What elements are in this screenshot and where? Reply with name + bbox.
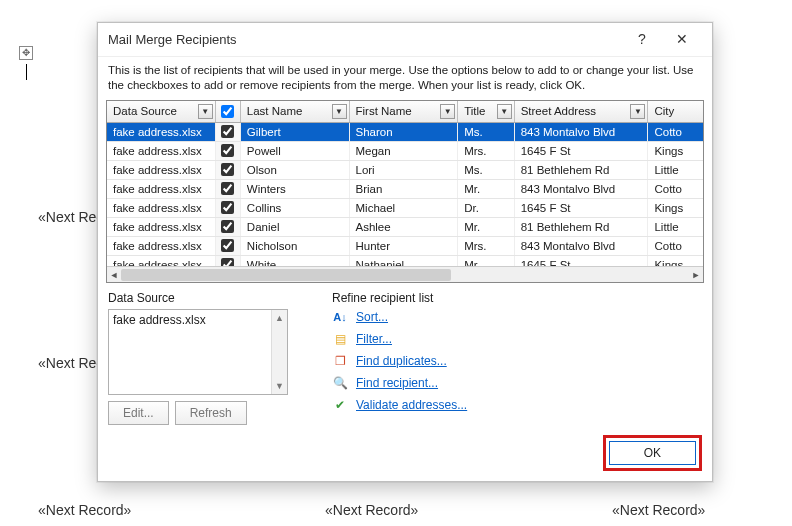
include-checkbox[interactable] [221, 144, 234, 157]
data-source-item[interactable]: fake address.xlsx [113, 313, 206, 327]
cell-city: Kings [648, 199, 703, 217]
table-row[interactable]: fake address.xlsxNicholsonHunterMrs.843 … [107, 237, 703, 256]
cell-last-name: Powell [241, 142, 350, 160]
refine-label: Refine recipient list [332, 291, 702, 305]
include-checkbox[interactable] [221, 182, 234, 195]
chevron-down-icon[interactable]: ▼ [332, 104, 347, 119]
chevron-down-icon[interactable]: ▼ [440, 104, 455, 119]
table-row[interactable]: fake address.xlsxWintersBrianMr.843 Mont… [107, 180, 703, 199]
column-header-label: Title [464, 105, 485, 117]
column-header-label: Data Source [113, 105, 177, 117]
refine-panel: Refine recipient list A↓ Sort... ▤ Filte… [332, 291, 702, 425]
refine-validate-link[interactable]: Validate addresses... [356, 398, 467, 412]
find-recipient-icon: 🔍 [332, 375, 348, 391]
include-checkbox[interactable] [221, 125, 234, 138]
data-source-list[interactable]: fake address.xlsx ▲ ▼ [108, 309, 288, 395]
include-checkbox[interactable] [221, 163, 234, 176]
cell-include[interactable] [216, 237, 241, 255]
edit-button[interactable]: Edit... [108, 401, 169, 425]
cell-first-name: Sharon [350, 123, 459, 141]
refine-find-recipient[interactable]: 🔍 Find recipient... [332, 375, 702, 391]
cell-city: Cotto [648, 180, 703, 198]
cell-data-source: fake address.xlsx [107, 180, 216, 198]
validate-icon: ✔ [332, 397, 348, 413]
cell-city: Little [648, 218, 703, 236]
filter-icon: ▤ [332, 331, 348, 347]
refine-validate[interactable]: ✔ Validate addresses... [332, 397, 702, 413]
refresh-button[interactable]: Refresh [175, 401, 247, 425]
include-checkbox[interactable] [221, 239, 234, 252]
column-header-street[interactable]: Street Address ▼ [515, 101, 649, 122]
cell-first-name: Michael [350, 199, 459, 217]
cell-city: Little [648, 161, 703, 179]
include-checkbox[interactable] [221, 201, 234, 214]
cell-include[interactable] [216, 199, 241, 217]
cell-title: Mrs. [458, 237, 514, 255]
column-header-first-name[interactable]: First Name ▼ [350, 101, 459, 122]
cell-include[interactable] [216, 142, 241, 160]
cell-include[interactable] [216, 180, 241, 198]
column-header-title[interactable]: Title ▼ [458, 101, 514, 122]
cell-last-name: Daniel [241, 218, 350, 236]
cell-street: 1645 F St [515, 199, 649, 217]
column-header-include[interactable] [216, 101, 241, 122]
cell-data-source: fake address.xlsx [107, 161, 216, 179]
cell-last-name: Olson [241, 161, 350, 179]
column-header-label: Street Address [521, 105, 596, 117]
cell-data-source: fake address.xlsx [107, 142, 216, 160]
cell-include[interactable] [216, 256, 241, 266]
cell-first-name: Brian [350, 180, 459, 198]
grid-horizontal-scrollbar[interactable]: ◄ ► [107, 266, 703, 282]
table-row[interactable]: fake address.xlsxPowellMeganMrs.1645 F S… [107, 142, 703, 161]
refine-find-duplicates-link[interactable]: Find duplicates... [356, 354, 447, 368]
table-row[interactable]: fake address.xlsxOlsonLoriMs.81 Bethlehe… [107, 161, 703, 180]
cell-first-name: Ashlee [350, 218, 459, 236]
cell-first-name: Nathaniel [350, 256, 459, 266]
chevron-down-icon[interactable]: ▼ [198, 104, 213, 119]
cell-include[interactable] [216, 218, 241, 236]
chevron-down-icon[interactable]: ▼ [497, 104, 512, 119]
data-source-scrollbar[interactable]: ▲ ▼ [271, 310, 287, 394]
help-button[interactable]: ? [622, 31, 662, 47]
table-row[interactable]: fake address.xlsxGilbertSharonMs.843 Mon… [107, 123, 703, 142]
scroll-right-icon[interactable]: ► [689, 267, 703, 283]
table-anchor-icon[interactable]: ✥ [19, 46, 33, 60]
cell-street: 1645 F St [515, 256, 649, 266]
select-all-checkbox[interactable] [221, 105, 234, 118]
scroll-left-icon[interactable]: ◄ [107, 267, 121, 283]
refine-find-recipient-link[interactable]: Find recipient... [356, 376, 438, 390]
text-cursor [26, 64, 27, 80]
table-row[interactable]: fake address.xlsxWhiteNathanielMr.1645 F… [107, 256, 703, 266]
column-header-data-source[interactable]: Data Source ▼ [107, 101, 216, 122]
cell-first-name: Megan [350, 142, 459, 160]
scroll-up-icon[interactable]: ▲ [272, 310, 287, 326]
column-header-last-name[interactable]: Last Name ▼ [241, 101, 350, 122]
refine-filter[interactable]: ▤ Filter... [332, 331, 702, 347]
cell-data-source: fake address.xlsx [107, 123, 216, 141]
refine-sort[interactable]: A↓ Sort... [332, 309, 702, 325]
mail-merge-recipients-dialog: Mail Merge Recipients ? ✕ This is the li… [97, 22, 713, 482]
close-button[interactable]: ✕ [662, 31, 702, 47]
refine-filter-link[interactable]: Filter... [356, 332, 392, 346]
scroll-thumb[interactable] [121, 269, 451, 281]
table-row[interactable]: fake address.xlsxDanielAshleeMr.81 Bethl… [107, 218, 703, 237]
grid-header-row: Data Source ▼ Last Name ▼ First Name ▼ T… [107, 101, 703, 123]
cell-street: 1645 F St [515, 142, 649, 160]
include-checkbox[interactable] [221, 220, 234, 233]
next-record-field: «Next Record» [325, 502, 418, 518]
chevron-down-icon[interactable]: ▼ [630, 104, 645, 119]
table-row[interactable]: fake address.xlsxCollinsMichaelDr.1645 F… [107, 199, 703, 218]
refine-find-duplicates[interactable]: ❐ Find duplicates... [332, 353, 702, 369]
cell-include[interactable] [216, 123, 241, 141]
refine-sort-link[interactable]: Sort... [356, 310, 388, 324]
cell-include[interactable] [216, 161, 241, 179]
lower-panel: Data Source fake address.xlsx ▲ ▼ Edit..… [98, 283, 712, 427]
ok-button[interactable]: OK [609, 441, 696, 465]
refine-list: A↓ Sort... ▤ Filter... ❐ Find duplicates… [332, 309, 702, 413]
include-checkbox[interactable] [221, 258, 234, 266]
ok-highlight: OK [603, 435, 702, 471]
cell-title: Ms. [458, 123, 514, 141]
cell-data-source: fake address.xlsx [107, 256, 216, 266]
column-header-city[interactable]: City [648, 101, 703, 122]
scroll-down-icon[interactable]: ▼ [272, 378, 287, 394]
